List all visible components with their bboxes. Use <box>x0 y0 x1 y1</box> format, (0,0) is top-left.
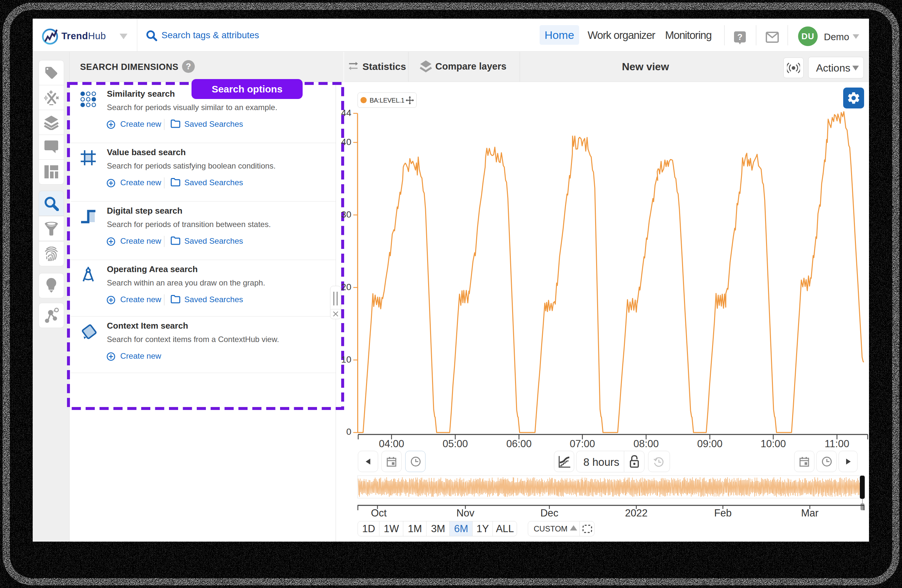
svg-text:?: ? <box>737 32 742 42</box>
